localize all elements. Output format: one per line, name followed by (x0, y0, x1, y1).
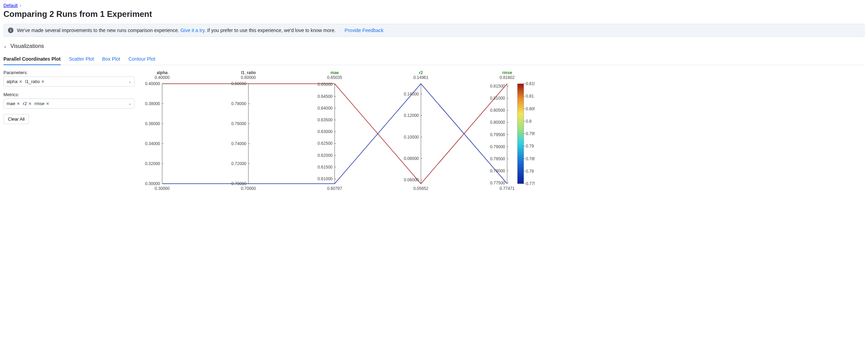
svg-text:0.14961: 0.14961 (413, 75, 428, 80)
svg-text:0.30000: 0.30000 (145, 181, 160, 186)
svg-text:0.81500: 0.81500 (490, 84, 505, 89)
svg-text:0.70000: 0.70000 (231, 181, 247, 186)
svg-text:0.32000: 0.32000 (145, 161, 160, 166)
svg-text:0.80000: 0.80000 (241, 75, 256, 80)
params-label: Parameters: (3, 70, 135, 75)
svg-text:0.775: 0.775 (526, 181, 535, 186)
svg-text:0.80000: 0.80000 (490, 120, 505, 125)
svg-text:0.65035: 0.65035 (327, 75, 342, 80)
svg-text:0.08000: 0.08000 (404, 156, 419, 161)
svg-text:0.8: 0.8 (526, 119, 532, 124)
svg-text:0.80500: 0.80500 (490, 108, 505, 113)
chevron-down-icon: ⌄ (3, 44, 7, 49)
svg-text:0.34000: 0.34000 (145, 141, 160, 146)
info-icon: i (8, 28, 13, 33)
chevron-down-icon: ⌄ (128, 79, 131, 84)
svg-text:0.79500: 0.79500 (490, 132, 505, 137)
svg-text:0.78500: 0.78500 (490, 156, 505, 161)
svg-text:0.12000: 0.12000 (404, 113, 419, 118)
breadcrumb: Default › (3, 3, 865, 8)
svg-text:0.62000: 0.62000 (318, 153, 333, 158)
tab-parallel-coordinates-plot[interactable]: Parallel Coordinates Plot (3, 54, 61, 65)
svg-text:l1_ratio: l1_ratio (241, 70, 256, 75)
tab-contour-plot[interactable]: Contour Plot (128, 54, 155, 65)
close-icon[interactable]: ✕ (41, 79, 45, 84)
svg-text:0.78: 0.78 (526, 169, 534, 174)
svg-text:0.65000: 0.65000 (318, 82, 333, 87)
svg-text:0.79000: 0.79000 (490, 144, 505, 149)
svg-text:0.61500: 0.61500 (318, 165, 333, 170)
svg-text:0.63000: 0.63000 (318, 129, 333, 134)
banner-text: We've made several improvements to the n… (17, 28, 336, 33)
svg-text:rmse: rmse (502, 70, 512, 75)
tag-l1_ratio: l1_ratio ✕ (25, 79, 45, 84)
page-title: Comparing 2 Runs from 1 Experiment (3, 9, 865, 19)
svg-text:0.05652: 0.05652 (413, 186, 428, 191)
svg-text:0.38000: 0.38000 (145, 101, 160, 106)
close-icon[interactable]: ✕ (17, 101, 20, 106)
controls-sidebar: Parameters: alpha ✕l1_ratio ✕⌄ Metrics: … (3, 70, 135, 197)
svg-text:0.77471: 0.77471 (500, 186, 515, 191)
tag-mae: mae ✕ (7, 101, 20, 106)
close-icon[interactable]: ✕ (28, 101, 32, 106)
tab-box-plot[interactable]: Box Plot (102, 54, 120, 65)
svg-text:0.81602: 0.81602 (500, 75, 515, 80)
svg-text:0.36000: 0.36000 (145, 121, 160, 126)
svg-text:0.62500: 0.62500 (318, 141, 333, 146)
svg-text:r2: r2 (419, 70, 423, 75)
svg-text:0.63500: 0.63500 (318, 118, 333, 122)
metrics-select[interactable]: mae ✕r2 ✕rmse ✕⌄ (3, 99, 135, 109)
close-icon[interactable]: ✕ (19, 79, 22, 84)
feedback-link[interactable]: Provide Feedback (345, 28, 384, 33)
svg-text:0.79: 0.79 (526, 144, 534, 149)
metrics-label: Metrics: (3, 92, 135, 97)
info-banner: i We've made several improvements to the… (3, 24, 865, 37)
chevron-right-icon: › (20, 3, 21, 8)
svg-text:0.10000: 0.10000 (404, 135, 419, 140)
svg-text:0.06000: 0.06000 (404, 177, 419, 182)
svg-text:0.60797: 0.60797 (327, 186, 342, 191)
section-toggle[interactable]: ⌄ Visualizations (3, 43, 865, 49)
svg-text:0.64000: 0.64000 (318, 106, 333, 111)
tab-scatter-plot[interactable]: Scatter Plot (69, 54, 94, 65)
params-select[interactable]: alpha ✕l1_ratio ✕⌄ (3, 77, 135, 87)
svg-text:0.40000: 0.40000 (145, 81, 160, 86)
svg-text:0.76000: 0.76000 (231, 121, 247, 126)
svg-text:0.70000: 0.70000 (241, 186, 256, 191)
svg-text:0.78000: 0.78000 (231, 101, 247, 106)
svg-text:0.40000: 0.40000 (155, 75, 170, 80)
tag-r2: r2 ✕ (23, 101, 32, 106)
section-title: Visualizations (10, 43, 44, 49)
svg-text:0.78000: 0.78000 (490, 169, 505, 173)
clear-all-button[interactable]: Clear All (3, 114, 29, 124)
close-icon[interactable]: ✕ (46, 101, 49, 106)
svg-text:0.81: 0.81 (526, 94, 534, 99)
svg-text:0.14000: 0.14000 (404, 92, 419, 96)
tab-bar: Parallel Coordinates PlotScatter PlotBox… (3, 54, 865, 65)
svg-text:0.815: 0.815 (526, 81, 535, 86)
breadcrumb-root[interactable]: Default (3, 3, 18, 8)
svg-text:mae: mae (331, 70, 339, 75)
svg-text:0.61000: 0.61000 (318, 176, 333, 181)
svg-text:0.72000: 0.72000 (231, 161, 247, 166)
tag-rmse: rmse ✕ (34, 101, 49, 106)
svg-text:0.795: 0.795 (526, 131, 535, 136)
svg-text:0.785: 0.785 (526, 156, 535, 161)
svg-text:0.77500: 0.77500 (490, 181, 505, 185)
svg-text:0.74000: 0.74000 (231, 141, 247, 146)
svg-text:0.81000: 0.81000 (490, 96, 505, 101)
svg-text:0.64500: 0.64500 (318, 94, 333, 99)
svg-text:0.805: 0.805 (526, 106, 535, 111)
tag-alpha: alpha ✕ (7, 79, 22, 84)
svg-text:alpha: alpha (157, 70, 168, 75)
try-link[interactable]: Give it a try (180, 28, 205, 33)
svg-text:0.30000: 0.30000 (155, 186, 170, 191)
svg-text:0.80000: 0.80000 (231, 81, 247, 86)
parallel-coordinates-plot[interactable]: alpha0.400000.300000.300000.320000.34000… (141, 70, 865, 197)
chevron-down-icon: ⌄ (128, 101, 131, 106)
svg-rect-90 (517, 84, 524, 184)
